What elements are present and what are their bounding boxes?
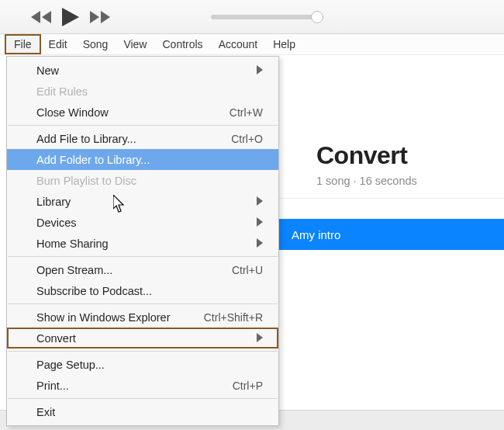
menu-item-label: Library <box>36 196 71 208</box>
file-menu-home-sharing[interactable]: Home Sharing <box>7 233 278 254</box>
menu-song[interactable]: Song <box>75 34 116 54</box>
file-menu-exit[interactable]: Exit <box>7 401 278 422</box>
menu-separator <box>8 303 278 304</box>
chevron-right-icon <box>257 238 263 250</box>
file-menu-add-file-to-library[interactable]: Add File to Library...Ctrl+O <box>7 128 278 149</box>
menu-item-label: Open Stream... <box>36 264 112 276</box>
menu-separator <box>8 256 278 257</box>
chevron-right-icon <box>257 332 263 345</box>
file-menu-edit-rules: Edit Rules <box>7 81 278 102</box>
chevron-right-icon <box>257 64 263 77</box>
file-menu: NewEdit RulesClose WindowCtrl+WAdd File … <box>6 56 279 426</box>
menu-file[interactable]: File <box>5 34 41 54</box>
playback-controls <box>31 8 110 26</box>
menu-item-label: Page Setup... <box>36 359 105 371</box>
menu-shortcut: Ctrl+Shift+R <box>204 311 263 324</box>
menu-item-label: Exit <box>36 406 55 418</box>
menu-item-label: Add Folder to Library... <box>36 154 150 166</box>
file-menu-devices[interactable]: Devices <box>7 212 278 233</box>
menu-shortcut: Ctrl+U <box>232 264 263 276</box>
menu-view[interactable]: View <box>116 34 154 54</box>
menu-item-label: Show in Windows Explorer <box>36 311 170 324</box>
menu-item-label: Home Sharing <box>36 238 109 250</box>
content-header: Convert 1 song · 16 seconds <box>279 56 504 199</box>
previous-icon[interactable] <box>31 11 51 23</box>
progress-knob[interactable] <box>311 11 323 23</box>
progress-bar[interactable] <box>211 15 319 19</box>
song-row-selected[interactable]: Amy intro <box>279 219 504 250</box>
menu-item-label: Burn Playlist to Disc <box>36 175 136 187</box>
file-menu-burn-playlist-to-disc: Burn Playlist to Disc <box>7 170 278 191</box>
menu-shortcut: Ctrl+P <box>233 380 263 392</box>
menu-shortcut: Ctrl+W <box>230 106 263 119</box>
menu-item-label: Devices <box>36 217 77 229</box>
itunes-window: FileEditSongViewControlsAccountHelp Conv… <box>0 0 504 430</box>
page-title: Convert <box>316 141 467 170</box>
menu-account[interactable]: Account <box>211 34 266 54</box>
menu-controls[interactable]: Controls <box>154 34 210 54</box>
menu-item-label: Print... <box>36 380 69 392</box>
file-menu-library[interactable]: Library <box>7 191 278 212</box>
menu-item-label: Add File to Library... <box>36 133 136 145</box>
page-subtitle: 1 song · 16 seconds <box>316 175 467 187</box>
file-menu-open-stream[interactable]: Open Stream...Ctrl+U <box>7 259 278 280</box>
file-menu-new[interactable]: New <box>7 60 278 81</box>
menu-edit[interactable]: Edit <box>41 34 75 54</box>
menu-item-label: Edit Rules <box>36 85 88 98</box>
menu-shortcut: Ctrl+O <box>231 133 263 145</box>
song-title: Amy intro <box>292 228 340 241</box>
file-menu-close-window[interactable]: Close WindowCtrl+W <box>7 102 278 123</box>
menu-item-label: Subscribe to Podcast... <box>36 285 152 297</box>
menu-separator <box>8 125 278 126</box>
file-menu-subscribe-to-podcast[interactable]: Subscribe to Podcast... <box>7 280 278 301</box>
menu-separator <box>8 398 278 399</box>
next-icon[interactable] <box>90 11 110 23</box>
player-toolbar <box>0 0 504 34</box>
menubar: FileEditSongViewControlsAccountHelp <box>0 34 504 55</box>
play-icon[interactable] <box>62 8 79 26</box>
file-menu-show-in-windows-explorer[interactable]: Show in Windows ExplorerCtrl+Shift+R <box>7 307 278 328</box>
menu-separator <box>8 351 278 352</box>
menu-item-label: New <box>36 64 59 77</box>
content-pane: Convert 1 song · 16 seconds Amy intro <box>279 56 504 430</box>
menu-item-label: Close Window <box>36 106 109 119</box>
chevron-right-icon <box>257 196 263 208</box>
file-menu-convert[interactable]: Convert <box>7 328 278 349</box>
file-menu-page-setup[interactable]: Page Setup... <box>7 354 278 375</box>
menu-item-label: Convert <box>36 332 76 345</box>
chevron-right-icon <box>257 217 263 229</box>
menu-help[interactable]: Help <box>265 34 303 54</box>
file-menu-add-folder-to-library[interactable]: Add Folder to Library... <box>7 149 278 170</box>
file-menu-print[interactable]: Print...Ctrl+P <box>7 375 278 396</box>
